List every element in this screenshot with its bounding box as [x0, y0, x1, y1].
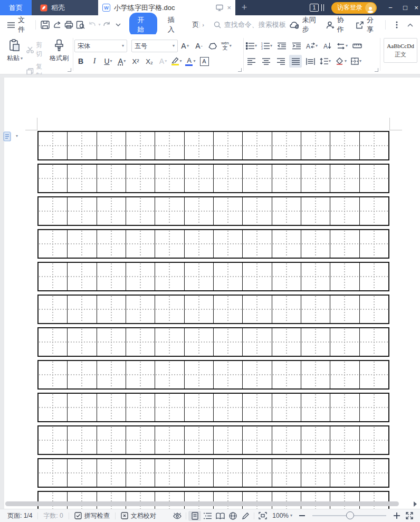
grid-cell[interactable]: [359, 459, 388, 487]
align-right-button[interactable]: [274, 55, 287, 68]
grid-cell[interactable]: [213, 492, 242, 509]
collaborate-button[interactable]: 协作: [322, 15, 350, 34]
grid-cell[interactable]: [359, 197, 388, 225]
quickbar-dropdown-icon[interactable]: [112, 18, 124, 31]
grid-cell[interactable]: [301, 197, 330, 225]
more-menu-icon[interactable]: [392, 18, 403, 31]
justify-button[interactable]: [289, 55, 302, 68]
ribbon-tabs-scroll-right-icon[interactable]: ›: [199, 22, 206, 28]
font-size-select[interactable]: 五号 ▾: [131, 40, 178, 52]
zoom-slider[interactable]: [312, 515, 386, 516]
grid-cell[interactable]: [126, 459, 155, 487]
grid-cell[interactable]: [301, 328, 330, 356]
output-icon[interactable]: [51, 18, 63, 31]
grid-cell[interactable]: [272, 361, 301, 388]
grid-cell[interactable]: [301, 361, 330, 388]
grid-cell[interactable]: [301, 230, 330, 258]
word-count[interactable]: 字数: 0: [40, 511, 66, 520]
grid-cell[interactable]: [330, 132, 359, 159]
grid-cell[interactable]: [242, 492, 271, 509]
grid-cell[interactable]: [213, 230, 242, 258]
monitor-icon[interactable]: [216, 4, 223, 11]
grid-cell[interactable]: [97, 296, 126, 323]
grid-cell[interactable]: [67, 492, 96, 509]
grid-cell[interactable]: [155, 296, 184, 323]
grid-cell[interactable]: [242, 230, 271, 258]
grid-cell[interactable]: [272, 165, 301, 192]
highlight-button[interactable]: ▾: [170, 55, 183, 68]
grid-cell[interactable]: [39, 492, 67, 509]
grid-cell[interactable]: [97, 132, 126, 159]
grid-cell[interactable]: [184, 230, 213, 258]
document-tab[interactable]: W 小学练字田字格.doc ×: [98, 0, 235, 15]
grid-cell[interactable]: [301, 426, 330, 454]
bold-button[interactable]: B: [74, 55, 87, 68]
grid-cell[interactable]: [155, 230, 184, 258]
grow-font-button[interactable]: A+: [179, 40, 192, 52]
spell-check-button[interactable]: 拼写检查: [71, 511, 113, 520]
paragraph-dialog-launcher-icon[interactable]: [375, 68, 378, 72]
grid-cell[interactable]: [155, 426, 184, 454]
grid-cell[interactable]: [359, 492, 388, 509]
grid-cell[interactable]: [126, 132, 155, 159]
ribbon-tab-insert[interactable]: 插入: [161, 15, 186, 34]
home-tab[interactable]: 首页: [0, 0, 32, 15]
grid-cell[interactable]: [67, 165, 96, 192]
grid-cell[interactable]: [213, 165, 242, 192]
eye-protect-icon[interactable]: [171, 511, 184, 521]
grid-cell[interactable]: [272, 394, 301, 421]
shrink-font-button[interactable]: A-: [193, 40, 205, 52]
grid-cell[interactable]: [330, 165, 359, 192]
grid-cell[interactable]: [272, 426, 301, 454]
grid-cell[interactable]: [330, 230, 359, 258]
shading-button[interactable]: ▾: [334, 55, 348, 68]
grid-cell[interactable]: [301, 263, 330, 290]
italic-button[interactable]: I: [88, 55, 101, 68]
grid-cell[interactable]: [242, 132, 271, 159]
superscript-button[interactable]: X²: [129, 55, 142, 68]
style-card-body[interactable]: AaBbCcDd 正文: [384, 38, 417, 63]
grid-cell[interactable]: [97, 165, 126, 192]
numbered-list-button[interactable]: 123▾: [260, 40, 273, 52]
grid-cell[interactable]: [272, 197, 301, 225]
grid-cell[interactable]: [301, 132, 330, 159]
command-search[interactable]: 查找命令、搜索模板: [214, 20, 286, 30]
page-view-button[interactable]: [188, 511, 201, 521]
grid-cell[interactable]: [359, 132, 388, 159]
grid-cell[interactable]: [330, 296, 359, 323]
grid-cell[interactable]: [184, 426, 213, 454]
grid-cell[interactable]: [39, 296, 67, 323]
guest-login-button[interactable]: 访客登录: [331, 2, 377, 14]
ink-mode-button[interactable]: [239, 511, 252, 521]
grid-cell[interactable]: [126, 426, 155, 454]
grid-cell[interactable]: [126, 165, 155, 192]
grid-cell[interactable]: [301, 165, 330, 192]
print-preview-icon[interactable]: [75, 18, 87, 31]
grid-cell[interactable]: [39, 459, 67, 487]
grid-cell[interactable]: [39, 394, 67, 421]
grid-cell[interactable]: [242, 426, 271, 454]
grid-cell[interactable]: [213, 361, 242, 388]
grid-cell[interactable]: [330, 492, 359, 509]
align-center-button[interactable]: [260, 55, 272, 68]
grid-cell[interactable]: [213, 328, 242, 356]
grid-cell[interactable]: [184, 263, 213, 290]
grid-cell[interactable]: [330, 459, 359, 487]
grid-cell[interactable]: [330, 394, 359, 421]
grid-cell[interactable]: [155, 361, 184, 388]
bullet-list-button[interactable]: ▾: [245, 40, 258, 52]
grid-cell[interactable]: [242, 361, 271, 388]
grid-cell[interactable]: [97, 394, 126, 421]
sort-button[interactable]: A: [321, 40, 333, 52]
docer-tab[interactable]: 稻壳: [32, 0, 98, 15]
grid-cell[interactable]: [97, 459, 126, 487]
grid-cell[interactable]: [184, 394, 213, 421]
increase-indent-button[interactable]: [290, 40, 303, 52]
redo-icon[interactable]: [101, 18, 112, 31]
grid-cell[interactable]: [126, 492, 155, 509]
grid-cell[interactable]: [39, 361, 67, 388]
line-spacing-button[interactable]: ▾: [319, 55, 332, 68]
grid-cell[interactable]: [184, 328, 213, 356]
grid-cell[interactable]: [359, 263, 388, 290]
grid-cell[interactable]: [155, 459, 184, 487]
